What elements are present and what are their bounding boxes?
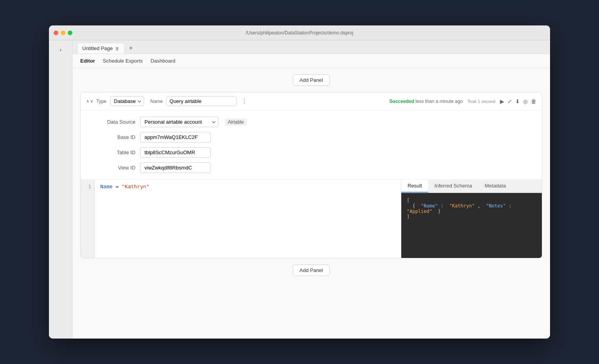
json-close-bracket: ] bbox=[407, 214, 410, 220]
sidebar: › bbox=[49, 40, 72, 339]
table-id-row: Table ID bbox=[88, 147, 534, 158]
name-input[interactable] bbox=[166, 96, 236, 106]
page-tab[interactable]: Untitled Page 🗑 bbox=[77, 43, 124, 54]
line-numbers: 1 bbox=[81, 180, 95, 258]
panel-collapse[interactable]: ∧ ∨ bbox=[86, 99, 93, 104]
line-number-1: 1 bbox=[84, 184, 91, 189]
page-area: Untitled Page 🗑 + Editor Schedule Export… bbox=[72, 40, 550, 339]
delete-icon[interactable]: 🗑 bbox=[531, 98, 536, 105]
collapse-check-arrow: ∨ bbox=[90, 99, 93, 104]
datasource-badge: Airtable bbox=[225, 119, 247, 126]
panel-menu-icon[interactable]: ⋮ bbox=[241, 97, 247, 105]
nav-dashboard[interactable]: Dashboard bbox=[150, 57, 175, 65]
name-label: Name bbox=[150, 99, 163, 104]
json-notes-value: "Applied" bbox=[407, 209, 432, 214]
expand-icon[interactable]: ⤢ bbox=[507, 98, 512, 105]
add-panel-top-button[interactable]: Add Panel bbox=[293, 74, 330, 86]
json-close-brace: } bbox=[435, 209, 440, 214]
close-button[interactable] bbox=[54, 31, 58, 35]
json-line-2: { "Name" : "Kathryn" , "Notes" : "Applie… bbox=[407, 203, 536, 214]
add-panel-bottom-button[interactable]: Add Panel bbox=[293, 265, 330, 276]
result-tab-inferred[interactable]: Inferred Schema bbox=[428, 180, 478, 193]
data-source-label: Data Source bbox=[88, 119, 135, 125]
panel-actions: ▶ ⤢ ⬇ ◎ 🗑 bbox=[500, 98, 536, 105]
visibility-icon[interactable]: ◎ bbox=[523, 98, 528, 105]
result-tab-result[interactable]: Result bbox=[401, 180, 428, 193]
window-title: /Users/philipeaton/DataStationProjects/d… bbox=[246, 30, 354, 36]
editor-area: Add Panel ∧ ∨ Type Database Name bbox=[72, 68, 550, 339]
json-line-3: ] bbox=[407, 214, 536, 220]
type-select[interactable]: Database bbox=[110, 96, 144, 106]
json-line-1: [ bbox=[407, 198, 536, 203]
json-comma-1: , bbox=[478, 203, 483, 209]
base-id-label: Base ID bbox=[88, 134, 135, 140]
json-open-brace: { bbox=[407, 203, 418, 209]
page-tab-name: Untitled Page bbox=[82, 45, 113, 51]
data-source-select[interactable]: Personal airtable account bbox=[140, 117, 218, 127]
titlebar: /Users/philipeaton/DataStationProjects/d… bbox=[49, 25, 550, 40]
code-editor[interactable]: Name = "Kathryn" bbox=[95, 180, 401, 258]
base-id-input[interactable] bbox=[140, 132, 211, 142]
json-name-key: "Name" bbox=[421, 203, 438, 209]
json-colon-2: : bbox=[509, 203, 514, 209]
result-content: [ { "Name" : "Kathryn" , "Notes" : bbox=[401, 193, 542, 258]
status-success: Succeeded bbox=[390, 99, 414, 104]
maximize-button[interactable] bbox=[68, 31, 72, 35]
panel: ∧ ∨ Type Database Name ⋮ Succeeded bbox=[80, 92, 542, 258]
json-name-value: "Kathryn" bbox=[449, 203, 475, 209]
page-tab-delete[interactable]: 🗑 bbox=[115, 46, 119, 51]
form-section: Data Source Personal airtable account Ai… bbox=[81, 110, 542, 179]
main-content: › Untitled Page 🗑 + Editor Schedule Expo… bbox=[49, 40, 550, 339]
collapse-up-arrow: ∧ bbox=[86, 99, 89, 104]
json-colon-1: : bbox=[441, 203, 446, 209]
panel-status: Succeeded less than a minute ago Took 1 … bbox=[390, 98, 536, 105]
minimize-button[interactable] bbox=[61, 31, 65, 35]
type-label: Type bbox=[96, 99, 106, 104]
traffic-lights bbox=[54, 31, 72, 35]
nav-bar: Editor Schedule Exports Dashboard bbox=[72, 54, 550, 68]
app-window: /Users/philipeaton/DataStationProjects/d… bbox=[49, 25, 550, 339]
nav-editor[interactable]: Editor bbox=[80, 57, 95, 65]
result-panel: Result Inferred Schema Metadata [ { bbox=[401, 180, 542, 258]
result-tab-metadata[interactable]: Metadata bbox=[478, 180, 512, 193]
code-editor-inner: 1 Name = "Kathryn" bbox=[81, 180, 401, 258]
code-area: 1 Name = "Kathryn" bbox=[81, 179, 542, 258]
table-id-label: Table ID bbox=[88, 150, 135, 155]
result-tabs: Result Inferred Schema Metadata bbox=[401, 180, 542, 193]
status-time: less than a minute ago bbox=[415, 99, 463, 104]
code-string: "Kathryn" bbox=[122, 184, 149, 189]
table-id-input[interactable] bbox=[140, 147, 211, 158]
code-editor-section: 1 Name = "Kathryn" bbox=[81, 180, 401, 258]
view-id-label: View ID bbox=[88, 165, 135, 171]
base-id-row: Base ID bbox=[88, 132, 534, 142]
tab-add-button[interactable]: + bbox=[126, 43, 135, 53]
download-icon[interactable]: ⬇ bbox=[515, 98, 520, 105]
view-id-input[interactable] bbox=[140, 162, 211, 173]
code-equals: = bbox=[115, 184, 122, 189]
json-open-bracket: [ bbox=[407, 198, 410, 203]
nav-schedule-exports[interactable]: Schedule Exports bbox=[103, 57, 143, 65]
status-detail: Took 1 second bbox=[467, 99, 495, 104]
panel-header: ∧ ∨ Type Database Name ⋮ Succeeded bbox=[81, 92, 542, 110]
view-id-row: View ID bbox=[88, 162, 534, 173]
data-source-row: Data Source Personal airtable account Ai… bbox=[88, 117, 534, 127]
json-notes-key: "Notes" bbox=[486, 203, 506, 209]
code-keyword: Name bbox=[100, 184, 112, 189]
sidebar-toggle[interactable]: › bbox=[55, 44, 66, 55]
run-icon[interactable]: ▶ bbox=[500, 98, 504, 105]
tabs-bar: Untitled Page 🗑 + bbox=[72, 40, 550, 54]
